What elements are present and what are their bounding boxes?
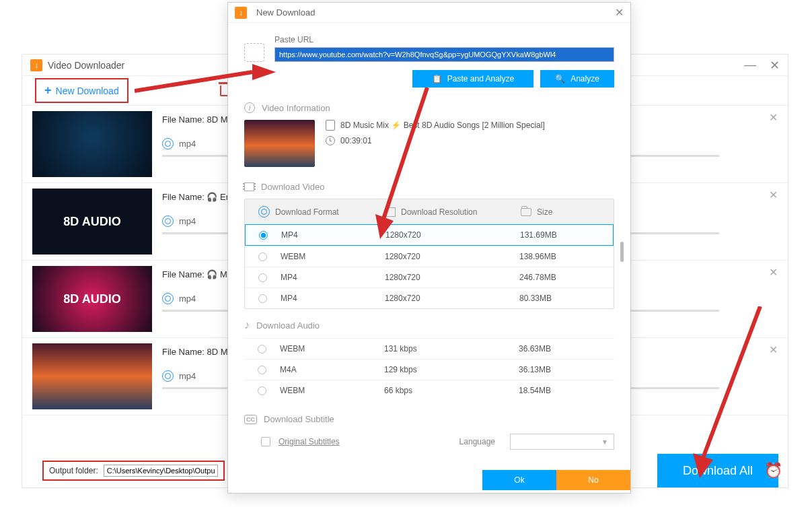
row-size: 80.33MB [519,294,600,303]
download-audio-header: Download Audio [256,320,320,331]
video-format-row[interactable]: MP41280x720131.69MB [245,224,614,246]
folder-icon [521,208,531,216]
item-format: mp4 [179,139,196,149]
format-icon [162,215,174,227]
paste-icon [244,43,264,62]
row-size: 18.54MB [519,386,601,395]
output-folder-box: Output folder: [42,461,225,481]
dialog-logo-icon: ↓ [235,7,247,19]
video-format-row[interactable]: MP41280x720246.78MB [245,267,614,288]
language-label: Language [459,437,495,446]
search-icon: 🔍 [555,74,565,83]
original-subtitles-label: Original Subtitles [279,437,340,446]
plus-icon: + [44,83,52,98]
row-format: MP4 [281,273,385,282]
item-format: mp4 [179,216,196,226]
app-logo-icon: ↓ [30,59,42,71]
item-thumbnail: 8D AUDIO [32,266,152,332]
item-thumbnail [32,343,152,409]
video-duration: 00:39:01 [340,136,372,145]
remove-item-button[interactable]: ✕ [769,266,778,279]
video-format-row[interactable]: MP41280x72080.33MB [245,288,614,308]
format-icon [162,293,174,304]
row-format: WEBM [280,344,384,353]
row-format: WEBM [280,386,384,395]
cc-icon: CC [244,415,257,424]
output-folder-input[interactable] [104,465,218,477]
new-download-label: New Download [56,86,119,96]
radio-button[interactable] [259,231,268,240]
row-format: WEBM [281,252,385,261]
original-subtitles-checkbox[interactable] [261,437,270,446]
video-title: 8D Music Mix ⚡ Best 8D Audio Songs [2 Mi… [340,121,545,130]
minimize-button[interactable]: — [744,58,756,73]
info-icon: i [244,102,255,113]
radio-button[interactable] [258,294,267,303]
video-format-row[interactable]: WEBM1280x720138.96MB [245,246,614,267]
dialog-titlebar: ↓ New Download ✕ [228,3,630,23]
schedule-icon[interactable]: ⏰ [758,454,788,487]
item-format: mp4 [179,294,196,304]
paste-and-analyze-button[interactable]: 📋Paste and Analyze [412,70,533,88]
close-button[interactable]: ✕ [770,58,780,73]
radio-button[interactable] [258,273,267,282]
remove-item-button[interactable]: ✕ [769,343,778,356]
dialog-title: New Download [256,7,315,18]
row-resolution: 1280x720 [385,230,520,240]
document-icon [326,120,335,131]
row-size: 246.78MB [519,273,600,282]
clipboard-icon: 📋 [432,74,442,83]
radio-button[interactable] [258,386,266,395]
row-resolution: 1280x720 [385,294,519,303]
col-size: Size [537,207,552,217]
table-scrollbar[interactable] [620,242,624,262]
output-folder-label: Output folder: [49,466,98,475]
row-resolution: 1280x720 [385,252,519,261]
video-format-table: Download Format Download Resolution Size… [244,199,614,309]
format-header-icon [258,206,270,217]
row-bitrate: 129 kbps [384,365,519,374]
row-bitrate: 66 kbps [384,386,519,395]
audio-format-row[interactable]: M4A129 kbps36.13MB [244,359,614,380]
audio-format-row[interactable]: WEBM66 kbps18.54MB [244,380,614,401]
row-bitrate: 131 kbps [384,344,519,353]
radio-button[interactable] [258,366,266,374]
row-format: MP4 [281,230,385,240]
video-thumbnail [244,120,315,167]
new-download-dialog: ↓ New Download ✕ Paste URL 📋Paste and An… [227,2,631,494]
remove-item-button[interactable]: ✕ [769,111,778,124]
analyze-button[interactable]: 🔍Analyze [540,70,614,88]
download-subtitle-header: Download Subtitle [264,414,334,424]
music-note-icon: ♪ [244,319,250,331]
radio-button[interactable] [258,345,266,353]
app-title: Video Downloader [48,60,124,71]
format-icon [162,370,174,382]
row-size: 138.96MB [519,252,600,261]
url-input[interactable] [274,47,614,62]
item-thumbnail [32,111,152,177]
item-thumbnail: 8D AUDIO [32,189,152,255]
film-icon [244,182,254,191]
row-format: MP4 [281,294,385,303]
item-format: mp4 [179,371,196,381]
new-download-button[interactable]: + New Download [35,78,128,103]
col-format: Download Format [275,207,339,217]
language-dropdown[interactable]: ▼ [510,434,614,450]
no-button[interactable]: No [556,470,630,490]
radio-button[interactable] [258,252,267,261]
row-size: 131.69MB [520,230,599,240]
download-video-header: Download Video [261,182,324,192]
audio-format-row[interactable]: WEBM131 kbps36.63MB [244,338,614,359]
row-size: 36.13MB [519,365,601,374]
dialog-close-button[interactable]: ✕ [615,6,624,19]
row-size: 36.63MB [519,344,601,353]
resolution-icon [386,207,396,217]
audio-format-table: WEBM131 kbps36.63MBM4A129 kbps36.13MBWEB… [244,338,614,401]
row-resolution: 1280x720 [385,273,519,282]
clock-icon [326,136,335,145]
remove-item-button[interactable]: ✕ [769,189,778,201]
row-format: M4A [280,365,384,374]
video-info-header: Video Information [262,103,330,113]
ok-button[interactable]: Ok [482,470,556,490]
format-icon [162,138,174,149]
